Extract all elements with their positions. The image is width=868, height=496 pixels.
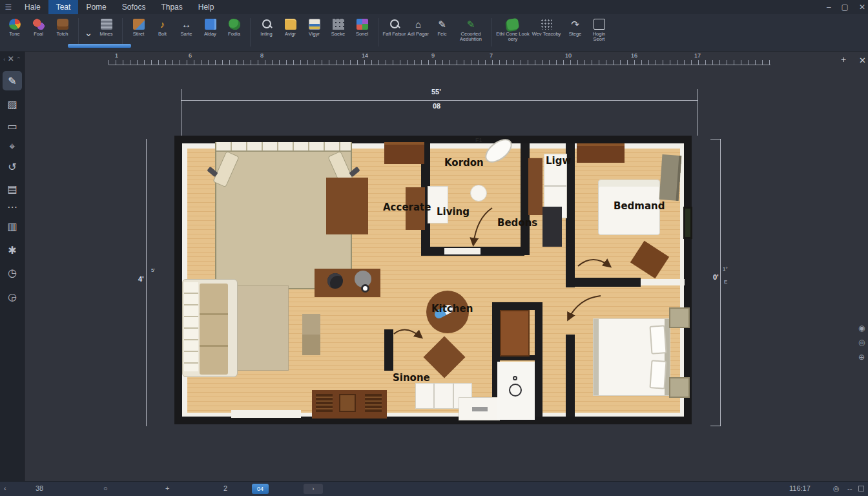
menu-sofocs[interactable]: Sofocs bbox=[114, 0, 154, 14]
close-button[interactable]: ✕ bbox=[859, 3, 865, 12]
status-window-icon[interactable] bbox=[858, 486, 864, 491]
menu-file[interactable]: Hale bbox=[17, 0, 48, 14]
tone-button[interactable]: Tone bbox=[3, 17, 26, 37]
house-icon: ⌂ bbox=[413, 19, 424, 30]
measure-tool-icon: ⌖ bbox=[9, 141, 15, 152]
drawing-canvas[interactable]: 1 6 8 14 9 7 10 16 17 + ✕ ◉ ◎ ⊕ 55' 08 5… bbox=[25, 52, 868, 481]
pencil-icon: ✎ bbox=[437, 19, 448, 30]
sarte-button[interactable]: ↔ Sarte bbox=[174, 17, 198, 37]
minimize-button[interactable]: – bbox=[827, 3, 831, 12]
select-tool-icon: ✎ bbox=[8, 75, 16, 87]
stiret-button[interactable]: Stiret bbox=[127, 17, 150, 37]
close-panel-icon[interactable]: ✕ bbox=[8, 54, 14, 63]
shapes-icon bbox=[33, 19, 45, 30]
foal-button[interactable]: Foal bbox=[26, 17, 50, 37]
bolt-button[interactable]: ♪ Bolt bbox=[150, 17, 174, 37]
sonel-button[interactable]: Sonel bbox=[350, 17, 374, 37]
room-label-living: Living bbox=[437, 206, 470, 218]
floor-plan[interactable]: Kordon Accerate Living Ligw Bedons Bedma… bbox=[174, 136, 692, 424]
feic-button[interactable]: ✎ Feic bbox=[430, 17, 454, 37]
toolbar-separator bbox=[491, 18, 492, 46]
caret-icon[interactable]: ⌃ bbox=[16, 56, 21, 63]
double-arrow-icon: ↔ bbox=[181, 19, 192, 30]
hogin-seort-button[interactable]: Hogin Seort bbox=[587, 17, 611, 42]
more-icon: ⋯ bbox=[7, 201, 17, 213]
pages-tool[interactable]: ▥ bbox=[3, 216, 22, 236]
toolbar-separator bbox=[122, 18, 123, 46]
zoom-in-button[interactable]: + bbox=[837, 54, 850, 66]
stack-icon bbox=[101, 19, 112, 30]
menu-edit-active[interactable]: Teat bbox=[48, 0, 79, 14]
ruler-number: 17 bbox=[694, 52, 701, 59]
dimension-tick bbox=[181, 89, 181, 136]
status-page-badge[interactable]: 04 bbox=[252, 484, 269, 494]
menu-pome[interactable]: Pome bbox=[78, 0, 114, 14]
ethl-cone-button[interactable]: Ethl Cone Look oery bbox=[496, 17, 530, 42]
fafl-fatsur-button[interactable]: Fafl Fatsur bbox=[382, 17, 406, 37]
layers-tool-icon: ▤ bbox=[7, 183, 17, 195]
main-toolbar: Tone Foal Totch ⌄ Mines Stiret ♪ Bolt bbox=[0, 14, 868, 52]
saeke-button[interactable]: Saeke bbox=[326, 17, 350, 37]
dropdown-chevron[interactable]: ⌄ bbox=[83, 17, 94, 38]
grid-color-icon bbox=[356, 19, 368, 30]
stege-button[interactable]: ↷ Stege bbox=[563, 17, 587, 37]
status-dashes: -- bbox=[847, 484, 852, 492]
menu-help[interactable]: Help bbox=[191, 0, 222, 14]
annotation-f1: F1 bbox=[475, 137, 482, 143]
ruler-number: 1 bbox=[115, 52, 118, 59]
select-tool[interactable]: ✎ bbox=[3, 71, 22, 90]
mines-button[interactable]: Mines bbox=[94, 17, 118, 37]
wev-teacoby-button[interactable]: Wev Teacoby bbox=[530, 17, 563, 37]
dimension-sup-right: 1° bbox=[723, 266, 728, 272]
maximize-button[interactable]: ▢ bbox=[842, 3, 849, 12]
chevron-down-icon: ⌄ bbox=[83, 27, 94, 38]
image-icon bbox=[309, 19, 320, 30]
wall-tool[interactable]: ▨ bbox=[3, 94, 22, 114]
history-tool[interactable]: ◷ bbox=[3, 263, 22, 282]
color-wheel-icon bbox=[9, 19, 21, 30]
dimension-tick bbox=[710, 426, 721, 426]
canvas-close-icon[interactable]: ✕ bbox=[859, 56, 866, 65]
dimension-value-top: 55' bbox=[431, 88, 441, 96]
more-tools[interactable]: ⋯ bbox=[3, 197, 22, 216]
adl-pagar-button[interactable]: ⌂ Adl Pagar bbox=[406, 17, 430, 37]
panel-icon-3[interactable]: ⊕ bbox=[858, 353, 865, 362]
inting-button[interactable]: Inting bbox=[254, 17, 278, 37]
totch-button[interactable]: Totch bbox=[50, 17, 74, 37]
door-icon bbox=[133, 19, 145, 30]
room-tool[interactable]: ▭ bbox=[3, 116, 22, 136]
status-target-icon[interactable]: ◎ bbox=[833, 484, 840, 493]
sofa-icon bbox=[57, 19, 68, 30]
lasso-tool-icon: ↺ bbox=[8, 161, 16, 173]
dimension-tick bbox=[698, 89, 698, 136]
time-tool[interactable]: ◶ bbox=[3, 287, 22, 306]
menu-thpas[interactable]: Thpas bbox=[153, 0, 190, 14]
dimension-line-right bbox=[720, 139, 721, 426]
status-plus-icon[interactable]: + bbox=[165, 484, 169, 492]
panel-icon-1[interactable]: ◉ bbox=[858, 324, 865, 333]
dimension-sub-right: E bbox=[724, 279, 727, 285]
avigr-button[interactable]: Avigr bbox=[278, 17, 302, 37]
music-note-icon: ♪ bbox=[157, 19, 169, 30]
ruler-number: 6 bbox=[189, 52, 192, 59]
lasso-tool[interactable]: ↺ bbox=[3, 157, 22, 176]
ceoorted-button[interactable]: ✎ Ceoorted Aeduhtion bbox=[454, 17, 488, 42]
fodia-button[interactable]: Fodia bbox=[222, 17, 246, 37]
status-back-icon[interactable]: ‹ bbox=[4, 484, 6, 492]
status-next-badge[interactable]: › bbox=[304, 484, 323, 494]
measure-tool[interactable]: ⌖ bbox=[3, 137, 22, 156]
history-tool-icon: ◷ bbox=[8, 267, 17, 279]
magnifier-doc-icon bbox=[389, 19, 400, 30]
dimension-value-left: 4' bbox=[138, 275, 144, 283]
status-circle-icon[interactable]: ○ bbox=[103, 484, 108, 492]
horizontal-ruler: 1 6 8 14 9 7 10 16 17 bbox=[108, 54, 770, 65]
hamburger-icon[interactable]: ☰ bbox=[0, 3, 17, 12]
layers-tool[interactable]: ▤ bbox=[3, 179, 22, 198]
back-icon[interactable]: ‹ bbox=[3, 56, 5, 63]
file-icon bbox=[205, 19, 216, 30]
status-page-number: 2 bbox=[223, 484, 227, 492]
alday-button[interactable]: Alday bbox=[198, 17, 222, 37]
settings-tool[interactable]: ✱ bbox=[3, 240, 22, 260]
vigyr-button[interactable]: Vigyr bbox=[302, 17, 326, 37]
panel-icon-2[interactable]: ◎ bbox=[858, 338, 865, 347]
